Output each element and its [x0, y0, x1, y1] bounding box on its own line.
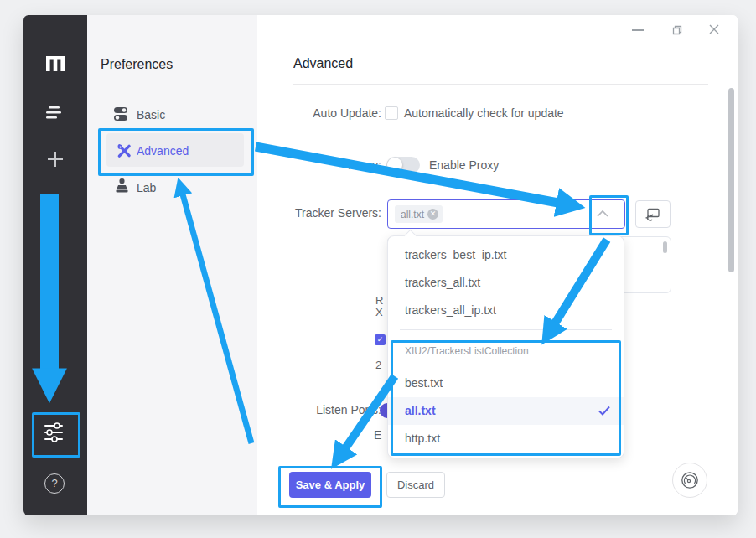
- toggle-knob: [387, 158, 402, 173]
- minimize-icon[interactable]: [632, 29, 644, 31]
- preferences-sliders-icon[interactable]: [44, 422, 65, 443]
- occluded-text-fragment: 2: [375, 359, 381, 371]
- sync-trackers-button[interactable]: [635, 200, 671, 228]
- sidebar-item-lab[interactable]: Lab: [137, 181, 156, 194]
- occluded-text-fragment: R: [375, 294, 383, 307]
- proxy-option-label: Enable Proxy: [429, 158, 499, 172]
- occluded-text-fragment: E: [374, 428, 381, 442]
- preferences-title: Preferences: [101, 57, 173, 72]
- save-apply-button[interactable]: Save & Apply: [289, 472, 371, 498]
- title-divider: [293, 84, 708, 85]
- selected-tag-label: all.txt: [401, 209, 424, 220]
- dropdown-item[interactable]: trackers_best_ip.txt: [388, 241, 624, 269]
- maximize-icon[interactable]: [671, 24, 682, 35]
- preferences-nav-panel: [87, 15, 257, 515]
- dropdown-item[interactable]: best.txt: [388, 370, 624, 397]
- dropdown-item-label: all.txt: [405, 404, 436, 417]
- speed-limit-button[interactable]: [672, 463, 707, 498]
- auto-update-label: Auto Update:: [272, 106, 381, 120]
- listen-ports-label: Listen Ports:: [272, 403, 381, 416]
- window-scrollbar-thumb[interactable]: [728, 88, 734, 272]
- sync-screen-icon: [645, 208, 660, 221]
- close-icon[interactable]: [709, 24, 719, 34]
- tracker-servers-label: Tracker Servers:: [272, 206, 381, 220]
- chevron-up-icon[interactable]: [596, 210, 609, 218]
- tracker-dropdown: trackers_best_ip.txt trackers_all.txt tr…: [387, 235, 624, 458]
- dropdown-item[interactable]: trackers_all.txt: [388, 269, 624, 297]
- basic-toggles-icon: [113, 106, 128, 122]
- dropdown-item[interactable]: http.txt: [388, 425, 624, 453]
- dropdown-item[interactable]: trackers_all_ip.txt: [388, 297, 624, 324]
- add-task-icon[interactable]: [47, 151, 64, 168]
- speedometer-icon: [680, 470, 700, 490]
- discard-button[interactable]: Discard: [386, 472, 445, 498]
- advanced-tools-icon: [117, 143, 132, 158]
- dropdown-divider: [400, 329, 612, 330]
- motrix-logo-icon: [45, 55, 65, 71]
- occluded-text-fragment: X: [375, 306, 383, 318]
- check-icon: [598, 406, 610, 416]
- tracker-servers-select[interactable]: all.txt ✕: [387, 199, 625, 229]
- sidebar-item-advanced-label[interactable]: Advanced: [137, 144, 189, 158]
- task-list-icon[interactable]: [46, 106, 63, 120]
- dropdown-item-selected[interactable]: all.txt: [388, 397, 624, 425]
- tag-remove-icon[interactable]: ✕: [427, 209, 438, 220]
- help-icon[interactable]: ?: [44, 473, 65, 494]
- proxy-label: Proxy:: [272, 158, 381, 172]
- textarea-scrollbar-thumb[interactable]: [663, 241, 667, 253]
- auto-update-checkbox[interactable]: [385, 106, 398, 120]
- occluded-checked-checkbox[interactable]: ✓: [375, 334, 386, 345]
- dropdown-group-header: XIU2/TrackersListCollection: [405, 344, 529, 359]
- auto-update-option-label[interactable]: Automatically check for update: [404, 106, 564, 120]
- sidebar-item-basic[interactable]: Basic: [137, 108, 165, 122]
- selected-tag: all.txt ✕: [395, 205, 443, 223]
- page-title: Advanced: [293, 56, 353, 71]
- lab-stamp-icon: [115, 178, 129, 194]
- proxy-toggle[interactable]: [386, 157, 420, 173]
